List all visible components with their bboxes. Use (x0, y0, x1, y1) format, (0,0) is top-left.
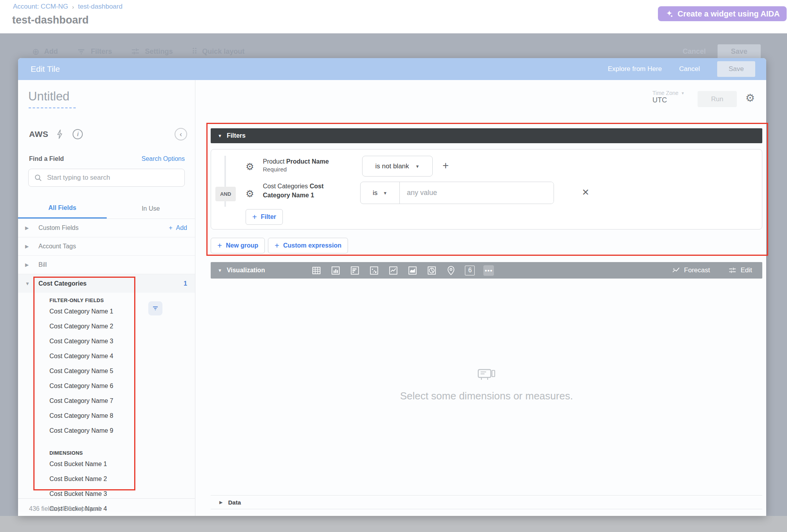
toolbar-quick-layout: Quick layout (202, 47, 244, 56)
filter-gear-icon[interactable]: ⚙ (246, 188, 254, 199)
timezone-value: UTC (652, 96, 684, 104)
tile-name-underline (29, 107, 76, 108)
explore-from-here-link[interactable]: Explore from Here (608, 65, 662, 73)
add-filter-label: Filter (261, 213, 276, 220)
field-count-status: 436 fields | 436 displayed (29, 505, 100, 512)
add-custom-field-button[interactable]: + Add (169, 224, 187, 231)
aida-sparkle-icon (665, 9, 674, 18)
chevron-down-icon: ▼ (383, 191, 387, 195)
operator-dropdown[interactable]: is not blank ▼ (362, 156, 433, 177)
field-search-box[interactable] (28, 169, 185, 187)
field-cost-category-9[interactable]: Cost Category Name 9 (49, 427, 195, 434)
sidebar-section-cost-categories[interactable]: ▼ Cost Categories 1 (18, 274, 195, 293)
section-label: Cost Categories (38, 280, 184, 287)
table-icon[interactable] (311, 265, 322, 276)
search-input[interactable] (47, 174, 179, 182)
tab-in-use[interactable]: In Use (107, 199, 195, 219)
field-cost-category-5[interactable]: Cost Category Name 5 (49, 368, 195, 375)
add-filter-button[interactable]: + Filter (246, 209, 283, 225)
query-settings-gear-icon[interactable]: ⚙ (745, 92, 755, 104)
modal-cancel-link[interactable]: Cancel (679, 65, 700, 73)
custom-expression-button[interactable]: + Custom expression (268, 238, 348, 253)
pie-chart-icon[interactable] (426, 265, 437, 276)
tile-name-field[interactable]: Untitled (28, 89, 69, 104)
field-cost-bucket-3[interactable]: Cost Bucket Name 3 (49, 490, 195, 497)
filter-field-label: Cost Categories Cost Category Name 1 (263, 182, 341, 200)
search-icon (34, 174, 42, 182)
field-cost-category-7[interactable]: Cost Category Name 7 (49, 397, 195, 404)
operator-value: is not blank (375, 162, 409, 170)
edit-tile-modal: Edit Tile Explore from Here Cancel Save … (18, 58, 766, 516)
caret-right-icon: ▶ (25, 244, 35, 249)
info-icon[interactable]: i (73, 129, 83, 139)
plus-icon: + (275, 241, 279, 250)
operator-dropdown[interactable]: is ▼ (361, 182, 400, 204)
line-chart-icon[interactable] (388, 265, 399, 276)
tab-all-fields[interactable]: All Fields (18, 199, 107, 219)
modal-save-button[interactable]: Save (717, 61, 755, 77)
field-cost-category-3[interactable]: Cost Category Name 3 (49, 338, 195, 345)
sidebar-section-custom-fields[interactable]: ▶ Custom Fields + Add (18, 219, 195, 237)
field-prefix: Product (263, 158, 286, 165)
filters-section-header[interactable]: ▼ Filters (211, 128, 762, 143)
bar-chart-icon[interactable] (350, 265, 360, 276)
empty-state-message: Select some dimensions or measures. (400, 390, 573, 402)
run-button[interactable]: Run (698, 91, 737, 107)
filter-gear-icon[interactable]: ⚙ (246, 161, 254, 172)
edit-viz-button[interactable]: Edit (728, 266, 752, 275)
projector-screen-icon (477, 369, 496, 381)
forecast-label: Forecast (684, 266, 710, 274)
data-section-header[interactable]: ▶ Data (211, 495, 762, 509)
single-value-icon[interactable]: 6 (465, 266, 475, 275)
field-cost-category-8[interactable]: Cost Category Name 8 (49, 412, 195, 419)
search-options-link[interactable]: Search Options (142, 155, 185, 162)
field-cost-bucket-1[interactable]: Cost Bucket Name 1 (49, 461, 195, 468)
and-logic-chip[interactable]: AND (215, 187, 236, 201)
breadcrumb: Account: CCM-NG › test-dashboard (13, 3, 122, 11)
plus-icon: + (252, 213, 257, 222)
forecast-button[interactable]: Forecast (672, 266, 710, 274)
page-title: test-dashboard (12, 14, 89, 26)
breadcrumb-dashboard-link[interactable]: test-dashboard (78, 3, 122, 11)
field-name: Product Name (286, 158, 329, 165)
collapse-sidebar-icon[interactable]: ‹ (175, 128, 187, 140)
visualization-section-header[interactable]: ▼ Visualization (211, 262, 762, 279)
visualization-header-label: Visualization (227, 267, 265, 274)
custom-expression-label: Custom expression (283, 242, 341, 249)
field-picker-sidebar: AWS i ‹ Find a Field Search Options All … (18, 117, 195, 512)
column-chart-icon[interactable] (330, 265, 341, 276)
map-pin-icon[interactable] (446, 265, 456, 276)
remove-filter-icon[interactable]: ✕ (582, 187, 589, 197)
filter-required-label: Required (263, 166, 357, 173)
more-icon[interactable]: ••• (483, 265, 494, 276)
sidebar-section-account-tags[interactable]: ▶ Account Tags (18, 237, 195, 256)
field-cost-category-4[interactable]: Cost Category Name 4 (49, 353, 195, 360)
section-label: Custom Fields (38, 224, 169, 231)
area-chart-icon[interactable] (407, 265, 418, 276)
field-cost-category-1[interactable]: Cost Category Name 1 (49, 308, 195, 315)
toolbar-save-button: Save (718, 44, 761, 59)
dashboard-toolbar-right: Cancel Save (683, 44, 761, 59)
active-filter-chip[interactable] (148, 301, 162, 315)
chevron-down-icon: ▼ (415, 164, 420, 169)
aida-button-label: Create a widget using AIDA (678, 9, 780, 18)
breadcrumb-account-link[interactable]: Account: CCM-NG (13, 3, 68, 11)
new-group-button[interactable]: + New group (211, 238, 265, 253)
scatter-chart-icon[interactable] (369, 265, 379, 276)
backdrop-bottom (0, 516, 787, 532)
toolbar-settings: Settings (145, 47, 173, 56)
toolbar-filters: Filters (91, 47, 112, 56)
filter-only-fields-header: FILTER-ONLY FIELDS (49, 297, 195, 303)
timezone-control[interactable]: Time Zone ▾ UTC (652, 90, 684, 104)
filter-value-input[interactable] (400, 182, 554, 204)
add-filter-value-icon[interactable]: + (443, 160, 449, 172)
field-cost-category-6[interactable]: Cost Category Name 6 (49, 383, 195, 390)
create-widget-aida-button[interactable]: Create a widget using AIDA (658, 6, 787, 21)
caret-right-icon: ▶ (25, 225, 35, 231)
section-label: Bill (38, 261, 187, 268)
settings-sliders-icon (131, 47, 140, 56)
bolt-icon (55, 129, 64, 139)
field-cost-category-2[interactable]: Cost Category Name 2 (49, 323, 195, 330)
sidebar-section-bill[interactable]: ▶ Bill (18, 256, 195, 274)
field-cost-bucket-2[interactable]: Cost Bucket Name 2 (49, 476, 195, 483)
